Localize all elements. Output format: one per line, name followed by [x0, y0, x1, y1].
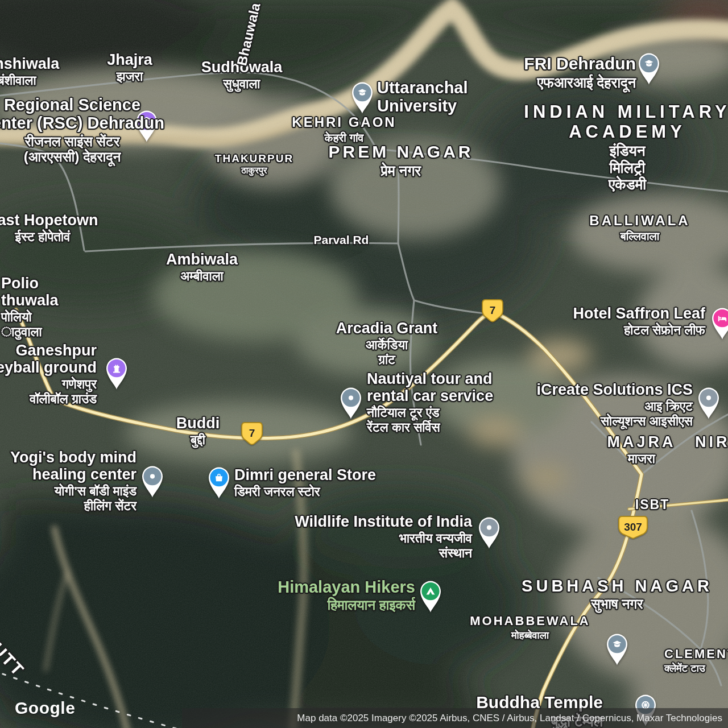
- label-name-en: KEHRI GAON: [292, 115, 396, 130]
- label-name-en: SUBHASH NAGAR: [522, 577, 713, 595]
- label-name-en: Yogi's body mindhealing center: [10, 449, 136, 483]
- map-label-clement-town: CLEMENT Tक्लेमेंट टाउ: [664, 647, 728, 674]
- map-label-dimri-general-store[interactable]: Dimri general Storeडिमरी जनरल स्टोर: [234, 466, 376, 499]
- map-label-icreate-solutions[interactable]: iCreate Solutions ICSआइ क्रिएटसोल्यूशन्स…: [536, 381, 693, 428]
- label-name-en: Arcadia Grant: [336, 320, 438, 337]
- label-name-en: CLEMENT T: [664, 647, 728, 661]
- label-name-hindi: माजरा: [607, 452, 676, 466]
- map-label-prem-nagar: PREM NAGARप्रेम नगर: [328, 142, 473, 179]
- label-name-hindi: योगी'स बॉडी माइंडहीलिंग सेंटर: [10, 484, 136, 513]
- label-name-en: THAKURPUR: [215, 152, 293, 164]
- label-name-en: MAJRA: [607, 433, 676, 450]
- label-name-hindi: अम्बीवाला: [166, 269, 238, 283]
- label-name-en: INDIAN MILITARYACADEMY: [524, 102, 728, 142]
- satellite-map-viewport[interactable]: 77307 BanshiwalaबंशीवालाJhajraझजराSudhow…: [0, 0, 728, 728]
- label-name-hindi: सुधुवाला: [201, 77, 283, 91]
- label-name-hindi: बंशीवाला: [0, 73, 59, 88]
- map-label-banshiwala: Banshiwalaबंशीवाला: [0, 55, 59, 88]
- google-logo[interactable]: Google: [15, 698, 75, 718]
- map-label-majra: MAJRAमाजरा: [607, 433, 676, 466]
- label-name-en: BALLIWALA: [589, 213, 690, 229]
- labels-layer: BanshiwalaबंशीवालाJhajraझजराSudhowalaसुध…: [0, 0, 728, 728]
- map-label-mohabbewala: MOHABBEWALAमोहब्बेवाला: [470, 614, 590, 641]
- label-name-hindi: मोहब्बेवाला: [470, 630, 590, 642]
- label-name-en: Banshiwala: [0, 55, 59, 72]
- map-label-buddi: Buddiबुद्दी: [176, 415, 220, 448]
- map-label-ambiwala: Ambiwalaअम्बीवाला: [166, 251, 238, 284]
- label-name-en: Hotel Saffron Leaf: [573, 305, 705, 322]
- map-label-polio: Poliothuwalaपोलियोाठुवाला: [1, 275, 59, 339]
- label-name-en: Regional ScienceCenter (RSC) Dehradun: [0, 96, 164, 133]
- map-label-indian-military-academy: INDIAN MILITARYACADEMYइंडियनमिलिट्रीएकेड…: [524, 102, 728, 193]
- label-name-hindi: होटल सेफ्रोन लीफ: [573, 323, 705, 337]
- map-label-thakurpur: THAKURPURठाकुरपुर: [215, 152, 293, 176]
- label-name-hindi: प्रेम नगर: [328, 163, 473, 179]
- map-label-isbt: ISBT: [635, 498, 669, 512]
- label-name-hindi: गणेशपुरवॉलीबॉल ग्राउंड: [0, 377, 97, 406]
- label-name-en: Buddi: [176, 415, 220, 432]
- label-name-hindi: ईस्ट होपेतोवं: [0, 230, 98, 244]
- label-name-en: Ambiwala: [166, 251, 238, 268]
- label-name-hindi: ठाकुरपुर: [215, 166, 293, 176]
- label-name-hindi: झजरा: [107, 69, 152, 84]
- label-name-en: Nautiyal tour andrental car service: [367, 370, 493, 404]
- label-name-hindi: नौटियाल टूर एंडरेंटल कार सर्विस: [367, 406, 493, 435]
- map-label-parval-rd: Parval Rd: [314, 233, 369, 247]
- label-name-hindi: सुभाष नगर: [522, 596, 713, 611]
- label-name-hindi: आइ क्रिएटसोल्यूशन्स आइसीएस: [536, 399, 693, 428]
- label-name-en: Parval Rd: [314, 233, 369, 247]
- label-name-en: Ganeshpurvolleyball ground: [0, 342, 97, 376]
- label-name-en: Wildlife Institute of India: [295, 513, 472, 530]
- map-label-regional-science-center[interactable]: Regional ScienceCenter (RSC) Dehradunरीज…: [0, 96, 164, 165]
- label-name-en: Bhauwala: [234, 2, 263, 67]
- label-name-en: Poliothuwala: [1, 275, 59, 309]
- label-name-en: Dimri general Store: [234, 466, 376, 483]
- map-label-nira: NIRA: [695, 433, 728, 450]
- label-name-en: PREM NAGAR: [328, 142, 473, 162]
- map-label-hotel-saffron-leaf[interactable]: Hotel Saffron Leafहोटल सेफ्रोन लीफ: [573, 305, 705, 338]
- map-label-ganeshpur-volleyball-ground[interactable]: Ganeshpurvolleyball groundगणेशपुरवॉलीबॉल…: [0, 342, 97, 406]
- map-label-nautiyal-tour[interactable]: Nautiyal tour andrental car serviceनौटिय…: [367, 370, 493, 435]
- map-label-jhajra: Jhajraझजरा: [107, 51, 152, 84]
- label-name-hindi: बल्लिवाला: [589, 230, 690, 243]
- map-label-fri-dehradun[interactable]: FRI Dehradunएफआरआई देहरादून: [524, 54, 636, 90]
- map-label-uttaranchal-university[interactable]: UttaranchalUniversity: [377, 78, 468, 115]
- label-name-hindi: क्लेमेंट टाउ: [664, 663, 728, 675]
- label-name-hindi: बुद्दी: [176, 433, 220, 447]
- label-name-hindi: इंडियनमिलिट्रीएकेडमी: [524, 143, 728, 193]
- map-label-balliwala: BALLIWALAबल्लिवाला: [589, 213, 690, 242]
- map-label-yogis-healing-center[interactable]: Yogi's body mindhealing centerयोगी'स बॉड…: [10, 449, 136, 513]
- label-name-hindi: आर्केडियाग्रांट: [336, 338, 438, 367]
- label-name-hindi: एफआरआई देहरादून: [524, 75, 636, 90]
- label-name-en: iCreate Solutions ICS: [536, 381, 693, 398]
- map-label-himalayan-hikers[interactable]: Himalayan Hikersहिमालयान हाइकर्स: [278, 578, 415, 613]
- attribution-bar: Map data ©2025 Imagery ©2025 Airbus, CNE…: [182, 708, 728, 728]
- label-name-en: Himalayan Hikers: [278, 578, 415, 596]
- label-name-en: UttaranchalUniversity: [377, 78, 468, 115]
- label-name-hindi: पोलियोाठुवाला: [1, 310, 59, 339]
- label-name-hindi: हिमालयान हाइकर्स: [278, 597, 415, 613]
- label-name-en: East Hopetown: [0, 212, 98, 229]
- label-name-en: NIRA: [695, 433, 728, 450]
- map-label-arcadia-grant: Arcadia Grantआर्केडियाग्रांट: [336, 320, 438, 367]
- label-name-en: Jhajra: [107, 51, 152, 68]
- label-name-hindi: भारतीय वन्यजीवसंस्थान: [295, 531, 472, 560]
- label-name-hindi: रीजनल साइंस सेंटर(आरएससी) देहरादून: [0, 134, 164, 165]
- attribution-text: Map data ©2025 Imagery ©2025 Airbus, CNE…: [297, 713, 722, 724]
- map-label-kehri-gaon: KEHRI GAONकेहरी गांव: [292, 115, 396, 144]
- map-label-subhash-nagar: SUBHASH NAGARसुभाष नगर: [522, 577, 713, 612]
- map-label-wildlife-institute[interactable]: Wildlife Institute of Indiaभारतीय वन्यजी…: [295, 513, 472, 560]
- label-name-en: MOHABBEWALA: [470, 614, 590, 628]
- label-name-hindi: डिमरी जनरल स्टोर: [234, 485, 376, 499]
- label-name-en: FRI Dehradun: [524, 54, 636, 73]
- map-label-bhauwala: Bhauwala: [234, 2, 263, 67]
- label-name-en: ISBT: [635, 498, 669, 512]
- map-label-east-hopetown: East Hopetownईस्ट होपेतोवं: [0, 212, 98, 245]
